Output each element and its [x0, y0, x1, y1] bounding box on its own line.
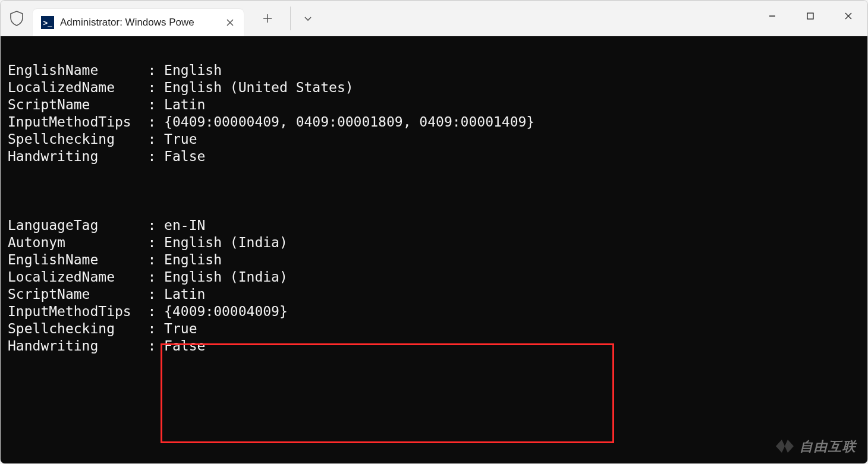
highlight-annotation	[161, 343, 614, 443]
minimize-button[interactable]	[753, 1, 791, 31]
titlebar: >_ Administrator: Windows Powe	[1, 1, 867, 36]
shield-icon	[8, 10, 26, 27]
window-controls	[753, 1, 867, 31]
powershell-icon: >_	[41, 16, 54, 29]
close-tab-button[interactable]	[222, 15, 238, 30]
maximize-button[interactable]	[791, 1, 829, 31]
tab-dropdown-button[interactable]	[290, 7, 314, 30]
new-tab-button[interactable]	[256, 7, 279, 30]
watermark: 自由互联	[775, 437, 857, 455]
output-block-1: EnglishName : English LocalizedName : En…	[8, 62, 867, 165]
terminal-area[interactable]: EnglishName : English LocalizedName : En…	[1, 36, 867, 463]
tab-title: Administrator: Windows Powe	[60, 17, 222, 29]
close-window-button[interactable]	[829, 1, 867, 31]
output-block-2: LanguageTag : en-IN Autonym : English (I…	[8, 217, 867, 355]
tab-active[interactable]: >_ Administrator: Windows Powe	[33, 9, 244, 36]
svg-rect-0	[807, 13, 813, 19]
